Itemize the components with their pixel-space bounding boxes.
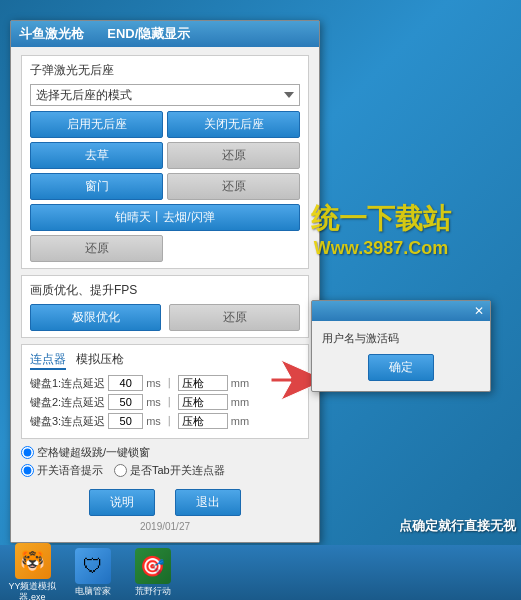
- close-button[interactable]: 关闭无后座: [167, 111, 300, 138]
- row1-label: 键盘1:连点延迟: [30, 376, 105, 391]
- title-separator: [92, 27, 99, 42]
- game-icon: 🎯: [135, 548, 171, 584]
- row3-unit: ms: [146, 415, 161, 427]
- main-window: 斗鱼激光枪 END/隐藏显示 子弹激光无后座 选择无后座的模式 启用无后座 关闭…: [10, 20, 320, 543]
- window-button[interactable]: 窗门: [30, 173, 163, 200]
- tab-gun[interactable]: 模拟压枪: [76, 351, 124, 370]
- dialog-close-button[interactable]: ✕: [474, 304, 484, 318]
- row2-label: 键盘2:连点延迟: [30, 395, 105, 410]
- row1-delay[interactable]: [108, 375, 143, 391]
- options-section: 空格键超级跳/一键锁窗 开关语音提示 是否Tab开关连点器: [21, 445, 309, 478]
- connector-section: 连点器 模拟压枪 键盘1:连点延迟 ms 丨 mm 键盘2:连点延迟 ms 丨: [21, 344, 309, 439]
- row2-gun-unit: mm: [231, 396, 249, 408]
- optimize-button[interactable]: 极限优化: [30, 304, 161, 331]
- row1-gun[interactable]: [178, 375, 228, 391]
- game-label: 荒野行动: [135, 586, 171, 597]
- dialog-body: 用户名与激活码 确定: [312, 321, 490, 391]
- watermark: 统一下载站 Www.3987.Com: [291, 200, 471, 259]
- row2-delay[interactable]: [108, 394, 143, 410]
- mode-dropdown[interactable]: 选择无后座的模式: [30, 84, 300, 106]
- title-sub: END/隐藏显示: [107, 25, 190, 43]
- dianno-icon: 🛡: [75, 548, 111, 584]
- watermark-title: 统一下载站: [291, 200, 471, 238]
- connector-row-3: 键盘3:连点延迟 ms 丨 mm: [30, 413, 300, 429]
- window-body: 子弹激光无后座 选择无后座的模式 启用无后座 关闭无后座 去草 还原 窗门 还原…: [11, 47, 319, 542]
- fps-section: 画质优化、提升FPS 极限优化 还原: [21, 275, 309, 338]
- connector-row-2: 键盘2:连点延迟 ms 丨 mm: [30, 394, 300, 410]
- voice-radio[interactable]: [21, 464, 34, 477]
- confirm-button[interactable]: 确定: [368, 354, 434, 381]
- desktop: 斗鱼激光枪 END/隐藏显示 子弹激光无后座 选择无后座的模式 启用无后座 关闭…: [0, 0, 521, 600]
- tab-connector[interactable]: 连点器: [30, 351, 66, 370]
- away-button[interactable]: 去草: [30, 142, 163, 169]
- connector-tabs: 连点器 模拟压枪: [30, 351, 300, 370]
- row2-unit: ms: [146, 396, 161, 408]
- dialog: ✕ 用户名与激活码 确定: [311, 300, 491, 392]
- window-title: 斗鱼激光枪: [19, 25, 84, 43]
- restore3-button[interactable]: 还原: [30, 235, 163, 262]
- version-text: 2019/01/27: [21, 519, 309, 534]
- explain-button[interactable]: 说明: [89, 489, 155, 516]
- row3-delay[interactable]: [108, 413, 143, 429]
- yy-label: YY频道模拟器.exe: [8, 581, 57, 600]
- taskbar-item-yy[interactable]: 🐯 YY频道模拟器.exe: [5, 540, 60, 600]
- row2-gun[interactable]: [178, 394, 228, 410]
- watermark-url: Www.3987.Com: [291, 238, 471, 259]
- row1-unit: ms: [146, 377, 161, 389]
- option-voice-row: 开关语音提示 是否Tab开关连点器: [21, 463, 309, 478]
- bottom-buttons: 说明 退出: [21, 484, 309, 519]
- tab-radio[interactable]: [114, 464, 127, 477]
- row3-label: 键盘3:连点延迟: [30, 414, 105, 429]
- row1-gun-unit: mm: [231, 377, 249, 389]
- exit-button[interactable]: 退出: [175, 489, 241, 516]
- dialog-button-row: 确定: [322, 354, 480, 381]
- enable-button[interactable]: 启用无后座: [30, 111, 163, 138]
- dianno-label: 电脑管家: [75, 586, 111, 597]
- dialog-title-bar: ✕: [312, 301, 490, 321]
- row2-sep: 丨: [164, 395, 175, 410]
- no-recoil-title: 子弹激光无后座: [30, 62, 300, 79]
- hint-text: 点确定就行直接无视: [399, 517, 516, 535]
- option-space: 空格键超级跳/一键锁窗: [21, 445, 309, 460]
- row1-sep: 丨: [164, 376, 175, 391]
- title-bar: 斗鱼激光枪 END/隐藏显示: [11, 21, 319, 47]
- tab-label: 是否Tab开关连点器: [130, 463, 225, 478]
- dialog-message: 用户名与激活码: [322, 331, 480, 346]
- restore1-button[interactable]: 还原: [167, 142, 300, 169]
- restore2-button[interactable]: 还原: [167, 173, 300, 200]
- space-radio[interactable]: [21, 446, 34, 459]
- fps-restore-button[interactable]: 还原: [169, 304, 300, 331]
- fps-buttons: 极限优化 还原: [30, 304, 300, 331]
- fps-title: 画质优化、提升FPS: [30, 282, 300, 299]
- voice-label: 开关语音提示: [37, 463, 103, 478]
- taskbar-item-dianno[interactable]: 🛡 电脑管家: [65, 545, 120, 600]
- yy-icon: 🐯: [15, 543, 51, 579]
- row3-gun-unit: mm: [231, 415, 249, 427]
- row3-sep: 丨: [164, 414, 175, 429]
- taskbar: 🐯 YY频道模拟器.exe 🛡 电脑管家 🎯 荒野行动: [0, 545, 521, 600]
- no-recoil-section: 子弹激光无后座 选择无后座的模式 启用无后座 关闭无后座 去草 还原 窗门 还原…: [21, 55, 309, 269]
- recoil-buttons: 启用无后座 关闭无后座 去草 还原 窗门 还原 铂晴天丨去烟/闪弹 还原: [30, 111, 300, 262]
- taskbar-item-game[interactable]: 🎯 荒野行动: [125, 545, 180, 600]
- connector-row-1: 键盘1:连点延迟 ms 丨 mm: [30, 375, 300, 391]
- combine-button[interactable]: 铂晴天丨去烟/闪弹: [30, 204, 300, 231]
- row3-gun[interactable]: [178, 413, 228, 429]
- space-label: 空格键超级跳/一键锁窗: [37, 445, 150, 460]
